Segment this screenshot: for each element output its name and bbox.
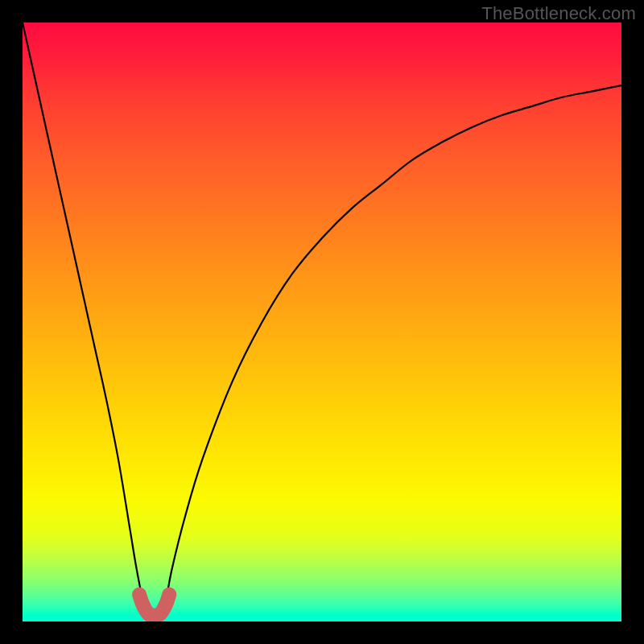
watermark-label: TheBottleneck.com [481,3,636,24]
plot-area [23,23,621,621]
chart-frame: TheBottleneck.com [0,0,644,644]
optimal-highlight [139,595,169,616]
bottleneck-curve [23,23,621,621]
curve-layer [23,23,621,621]
